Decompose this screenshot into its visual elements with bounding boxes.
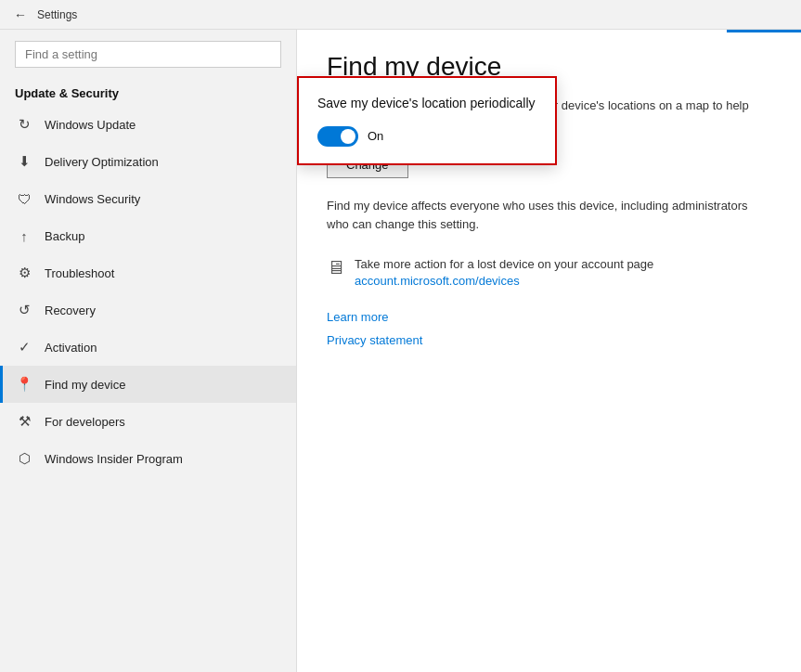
- popup-overlay: Save my device's location periodically O…: [297, 76, 557, 165]
- sidebar: Update & Security ↻ Windows Update ⬇ Del…: [0, 30, 297, 672]
- sidebar-label-delivery-optimization: Delivery Optimization: [45, 155, 159, 169]
- sidebar-item-windows-insider[interactable]: ⬡ Windows Insider Program: [0, 440, 296, 477]
- sidebar-label-recovery: Recovery: [45, 304, 96, 317]
- sidebar-label-windows-insider: Windows Insider Program: [45, 452, 183, 466]
- main-layout: Update & Security ↻ Windows Update ⬇ Del…: [0, 30, 801, 672]
- find-device-icon: 📍: [15, 375, 33, 394]
- for-developers-icon: ⚒: [15, 412, 33, 431]
- sidebar-item-recovery[interactable]: ↺ Recovery: [0, 291, 296, 329]
- sidebar-item-activation[interactable]: ✓ Activation: [0, 329, 296, 366]
- sidebar-section-title: Update & Security: [0, 79, 296, 106]
- recovery-icon: ↺: [15, 301, 33, 319]
- windows-insider-icon: ⬡: [15, 449, 33, 468]
- sidebar-item-find-device[interactable]: 📍 Find my device: [0, 366, 296, 403]
- popup-title: Save my device's location periodically: [317, 95, 536, 113]
- sidebar-item-backup[interactable]: ↑ Backup: [0, 217, 296, 254]
- sidebar-item-windows-update[interactable]: ↻ Windows Update: [0, 106, 296, 143]
- sidebar-item-for-developers[interactable]: ⚒ For developers: [0, 403, 296, 440]
- titlebar: ← Settings: [0, 0, 801, 30]
- backup-icon: ↑: [15, 226, 33, 245]
- delivery-optimization-icon: ⬇: [15, 152, 33, 171]
- content-area: Find my device you've lost it. Even if y…: [297, 30, 801, 672]
- sidebar-label-activation: Activation: [45, 341, 97, 355]
- links-section: Learn more Privacy statement: [327, 310, 771, 347]
- sidebar-label-windows-security: Windows Security: [45, 192, 140, 206]
- monitor-icon: 🖥: [327, 257, 345, 278]
- windows-security-icon: 🛡: [15, 189, 33, 208]
- toggle-row: On: [317, 126, 536, 147]
- learn-more-link[interactable]: Learn more: [327, 310, 771, 324]
- toggle-knob: [341, 129, 355, 144]
- sidebar-item-delivery-optimization[interactable]: ⬇ Delivery Optimization: [0, 143, 296, 180]
- sidebar-label-find-device: Find my device: [45, 378, 125, 392]
- action-content: Take more action for a lost device on yo…: [355, 255, 653, 288]
- account-devices-link[interactable]: account.microsoft.com/devices: [355, 274, 653, 288]
- titlebar-title: Settings: [37, 8, 77, 21]
- sidebar-label-windows-update: Windows Update: [45, 118, 136, 132]
- troubleshoot-icon: ⚙: [15, 264, 33, 282]
- toggle-label: On: [368, 129, 383, 143]
- sidebar-item-troubleshoot[interactable]: ⚙ Troubleshoot: [0, 254, 296, 291]
- sidebar-label-for-developers: For developers: [45, 415, 125, 429]
- windows-update-icon: ↻: [15, 115, 33, 134]
- back-button[interactable]: ←: [11, 6, 30, 24]
- sidebar-label-troubleshoot: Troubleshoot: [45, 266, 114, 280]
- action-text: Take more action for a lost device on yo…: [355, 257, 653, 271]
- search-input[interactable]: [15, 41, 281, 68]
- affects-text: Find my device affects everyone who uses…: [327, 197, 771, 233]
- sidebar-label-backup: Backup: [45, 229, 84, 243]
- location-toggle[interactable]: [317, 126, 358, 147]
- accent-bar: [727, 30, 801, 32]
- sidebar-item-windows-security[interactable]: 🛡 Windows Security: [0, 180, 296, 217]
- activation-icon: ✓: [15, 338, 33, 356]
- privacy-statement-link[interactable]: Privacy statement: [327, 333, 771, 347]
- action-row: 🖥 Take more action for a lost device on …: [327, 255, 771, 288]
